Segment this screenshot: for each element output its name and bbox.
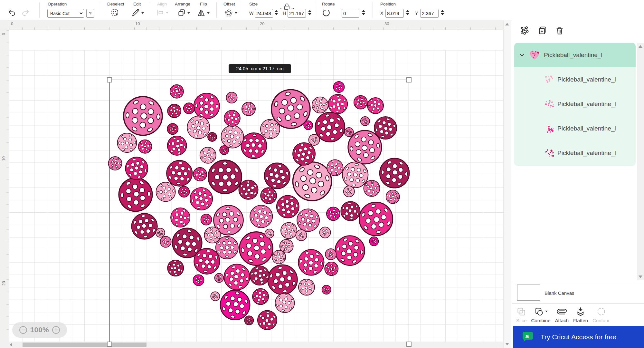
offset-button[interactable] xyxy=(224,9,237,17)
horizontal-scrollbar[interactable] xyxy=(0,342,503,348)
dots-layer-thumbnail xyxy=(545,100,554,109)
rotate-label: Rotate xyxy=(322,2,335,6)
chevron-down-icon xyxy=(141,12,144,14)
panel-actions-bar: Slice Combine Attach Flatten Contour xyxy=(512,303,644,326)
vertical-ruler: 0 10 20 xyxy=(0,30,9,342)
scroll-up-arrow-icon[interactable] xyxy=(639,45,642,48)
combine-button[interactable]: Combine xyxy=(531,307,551,323)
selection-handle-bottom-left[interactable] xyxy=(107,342,112,347)
arrange-icon xyxy=(177,9,186,17)
contour-label: Contour xyxy=(592,318,610,323)
layer-row[interactable]: Pickleball_valentine_l xyxy=(514,143,636,163)
x-axis-label: X xyxy=(380,11,383,16)
height-stepper[interactable] xyxy=(308,10,311,15)
flatten-label: Flatten xyxy=(573,318,588,323)
scroll-left-arrow-icon[interactable] xyxy=(10,343,12,347)
selection-handle-top-right[interactable] xyxy=(406,77,412,82)
layer-children-container: Pickleball_valentine_l Pickleball_valent… xyxy=(514,67,636,166)
divider xyxy=(373,2,373,18)
width-input[interactable] xyxy=(255,9,273,18)
duplicate-button[interactable] xyxy=(538,26,547,36)
zoom-level: 100% xyxy=(30,326,49,334)
redo-button[interactable] xyxy=(21,9,30,16)
ruler-mark: 20 xyxy=(1,281,6,285)
layer-row[interactable]: Pickleball_valentine_l xyxy=(514,94,636,114)
height-input[interactable] xyxy=(288,9,306,18)
size-tooltip: 24.05 cm x 21.17 cm xyxy=(229,64,291,73)
combine-icon xyxy=(534,307,544,316)
chevron-down-icon xyxy=(235,12,237,14)
cricut-access-banner[interactable]: a Try Cricut Access for free xyxy=(513,326,644,348)
layer-group-row[interactable]: Pickleball_valentine_l xyxy=(514,43,636,67)
rotate-icon[interactable] xyxy=(322,9,330,17)
x-position-stepper[interactable] xyxy=(406,10,409,15)
rotate-stepper[interactable] xyxy=(362,10,365,15)
align-icon xyxy=(156,9,164,16)
layer-label: Pickleball_valentine_l xyxy=(557,101,616,108)
zoom-in-button[interactable] xyxy=(52,326,60,334)
ruler-mark: 0 xyxy=(1,33,6,35)
blank-canvas-thumbnail xyxy=(517,285,540,301)
chevron-down-icon xyxy=(166,12,168,14)
pickleball-heart-artwork[interactable] xyxy=(9,41,503,348)
group-button[interactable] xyxy=(520,26,529,36)
flip-button[interactable] xyxy=(197,9,210,17)
divider xyxy=(242,2,242,18)
scroll-up-arrow-icon[interactable] xyxy=(505,23,509,25)
horizontal-scrollbar-thumb[interactable] xyxy=(23,343,147,347)
layer-row[interactable]: Pickleball_valentine_l xyxy=(514,119,636,138)
heart-layer-thumbnail xyxy=(528,50,541,61)
deselect-label: Deselect xyxy=(107,2,124,6)
divider xyxy=(514,170,633,170)
x-position-input[interactable] xyxy=(385,9,404,18)
flatten-button[interactable]: Flatten xyxy=(573,307,588,323)
layer-label: Pickleball_valentine_l xyxy=(557,150,616,157)
slice-label: Slice xyxy=(516,318,527,323)
layers-scrollbar[interactable] xyxy=(637,43,644,280)
selection-handle-top-left[interactable] xyxy=(107,77,112,82)
offset-icon xyxy=(224,9,233,17)
banner-text: Try Cricut Access for free xyxy=(541,333,616,341)
contour-icon xyxy=(596,307,606,316)
flip-icon xyxy=(197,9,205,17)
vertical-scrollbar[interactable] xyxy=(503,20,511,348)
deselect-button[interactable] xyxy=(111,9,120,17)
edit-button[interactable] xyxy=(131,9,144,17)
divider xyxy=(315,2,315,18)
layer-group-label: Pickleball_valentine_l xyxy=(544,52,602,59)
align-button xyxy=(156,9,168,16)
chevron-down-icon xyxy=(207,12,210,14)
position-label: Position xyxy=(380,2,396,6)
chevron-down-icon xyxy=(545,311,548,312)
ruler-mark: 10 xyxy=(135,21,140,26)
attach-icon xyxy=(555,304,569,318)
zoom-control: 100% xyxy=(12,322,67,338)
delete-button[interactable] xyxy=(555,26,564,36)
layer-row[interactable]: Pickleball_valentine_l xyxy=(514,70,636,89)
operation-select[interactable]: Basic Cut xyxy=(47,9,84,18)
chevron-down-icon[interactable] xyxy=(519,53,525,58)
dots-layer-thumbnail xyxy=(545,75,554,84)
arrange-button[interactable] xyxy=(177,9,190,17)
blank-canvas-row[interactable]: Blank Canvas xyxy=(512,281,644,303)
flip-label: Flip xyxy=(200,2,207,6)
contour-button: Contour xyxy=(592,307,610,323)
width-stepper[interactable] xyxy=(275,10,278,15)
scroll-down-arrow-icon[interactable] xyxy=(505,343,509,345)
flatten-icon xyxy=(576,307,585,316)
operation-label: Operation xyxy=(48,2,67,6)
undo-button[interactable] xyxy=(8,9,16,16)
selection-handle-bottom-right[interactable] xyxy=(406,342,412,347)
attach-button[interactable]: Attach xyxy=(555,307,569,323)
slice-button: Slice xyxy=(516,307,527,323)
offset-label: Offset xyxy=(223,2,235,6)
combine-label: Combine xyxy=(531,318,551,323)
scroll-down-arrow-icon[interactable] xyxy=(639,276,642,278)
ruler-mark: 0 xyxy=(11,21,13,26)
y-position-input[interactable] xyxy=(420,9,439,18)
y-position-stepper[interactable] xyxy=(441,10,444,15)
zoom-out-button[interactable] xyxy=(19,326,27,334)
help-button[interactable]: ? xyxy=(86,9,94,18)
dots-layer-thumbnail xyxy=(545,149,554,158)
rotate-input[interactable] xyxy=(342,9,359,18)
